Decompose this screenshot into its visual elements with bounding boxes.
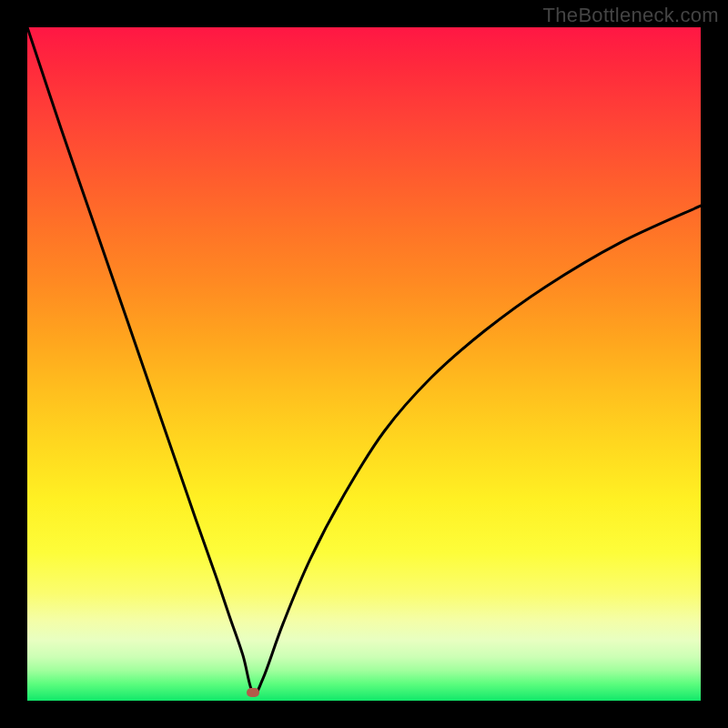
optimum-marker [247, 688, 259, 697]
curve-layer [27, 27, 701, 701]
plot-area [27, 27, 701, 701]
bottleneck-curve [27, 27, 701, 694]
watermark-text: TheBottleneck.com [543, 4, 719, 27]
chart-frame: TheBottleneck.com [0, 0, 728, 728]
